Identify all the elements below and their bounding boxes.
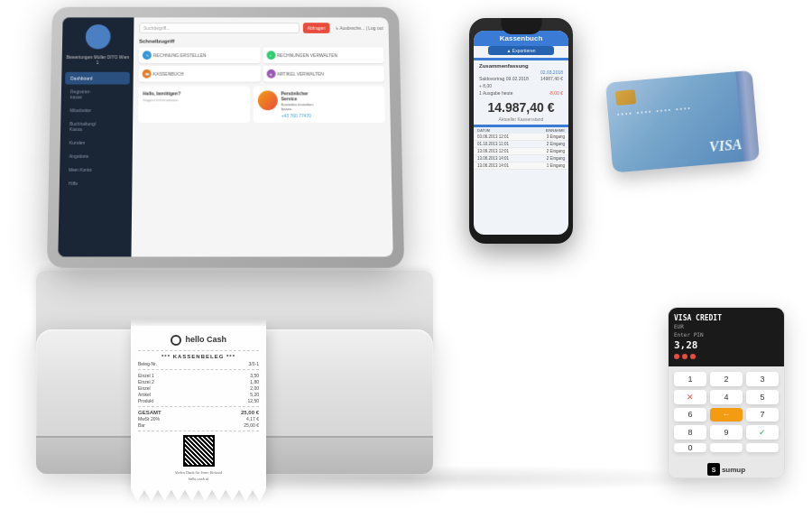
key-8[interactable]: 8: [674, 425, 706, 440]
tablet-sidebar: Bewertungen Müller DITO Wien 1 Dashboard…: [58, 17, 134, 256]
key-0[interactable]: 0: [674, 443, 706, 452]
schnell-rechnung-label: RECHNUNG ERSTELLEN: [153, 52, 207, 58]
rechnungen-icon: ≡: [266, 51, 275, 60]
tablet-search-button[interactable]: Abfragen: [303, 23, 330, 33]
receipt-divider2: [138, 369, 259, 370]
sidebar-item-meinkonto[interactable]: Mein Konto: [63, 163, 129, 176]
receipt-divider: [138, 350, 259, 351]
sidebar-item-angebote[interactable]: Angebote: [63, 150, 128, 162]
phone-summary-row3: 1 Ausgabe heute-8,00 €: [474, 89, 568, 97]
key-backspace[interactable]: ←: [710, 408, 743, 422]
key-3[interactable]: 3: [746, 372, 779, 386]
hallo-box: Hallo, benötigen? Support Informationen: [138, 87, 249, 124]
key-empty1: [710, 443, 743, 452]
key-7[interactable]: 7: [746, 408, 779, 422]
receipt-divider4: [138, 431, 259, 431]
tablet-screen: Bewertungen Müller DITO Wien 1 Dashboard…: [58, 17, 392, 256]
key-1[interactable]: 1: [674, 372, 706, 386]
sidebar-item-kunden[interactable]: Kunden: [64, 136, 129, 149]
rechnung-icon: ✎: [143, 51, 152, 60]
phone-notch: [501, 18, 541, 34]
tablet-header-links: ↳ Ausbreche... | Log out: [335, 25, 383, 31]
receipt-qr: [183, 435, 215, 467]
receipt-title: *** KASSENBELEG ***: [138, 354, 259, 359]
credit-terminal: VISA CREDIT EUR Enter PIN 3,28 1 2 3 ✕ 4…: [668, 307, 785, 478]
receipt-logo: hello Cash: [138, 335, 259, 346]
terminal-amount: 3,28: [674, 338, 779, 352]
schnell-rechnungen-label: RECHNUNGEN VERWALTEN: [277, 52, 337, 58]
schnell-kassenbuch[interactable]: 📖 KASSENBUCH: [139, 66, 261, 82]
schnellzugriff-grid: ✎ RECHNUNG ERSTELLEN ≡ RECHNUNGEN VERWAL…: [139, 47, 384, 81]
tablet-avatar: [86, 24, 111, 49]
tablet-search[interactable]: Suchbegriff...: [139, 23, 300, 33]
sumup-label: sumup: [722, 466, 745, 474]
phone-screen: Kassenbuch ▲ Exportieren Zusammenfassung…: [474, 31, 568, 235]
key-confirm[interactable]: ✓: [746, 425, 779, 440]
phone-table-row2: 01.10.2013 11:012 Eingang: [474, 141, 568, 148]
key-9[interactable]: 9: [710, 425, 743, 440]
phone-table-row5: 13.06.2013 14:011 Eingang: [474, 162, 568, 170]
receipt-item-1: Einzel 13,50: [138, 373, 259, 378]
key-5[interactable]: 5: [746, 390, 779, 404]
tablet: Bewertungen Müller DITO Wien 1 Dashboard…: [47, 7, 404, 268]
terminal-screen: VISA CREDIT EUR Enter PIN 3,28: [669, 308, 784, 366]
artikel-icon: ◈: [266, 69, 275, 79]
phone-export-button[interactable]: ▲ Exportieren: [488, 46, 555, 55]
receipt-item-4: Artikel5,20: [138, 392, 259, 397]
receipt-total: GESAMT25,00 €: [138, 410, 259, 415]
sidebar-item-dashboard[interactable]: Dashboard: [65, 72, 130, 85]
schnell-artikel[interactable]: ◈ ARTIKEL VERWALTEN: [263, 66, 384, 82]
phone-table-row1: 03.06.2013 12:013 Eingang: [474, 134, 568, 141]
phone-table-header: DATUMEINNAHME: [474, 127, 568, 134]
receipt-container: hello Cash *** KASSENBELEG *** Beleg-Nr.…: [131, 326, 266, 501]
terminal-keypad: 1 2 3 ✕ 4 5 6 ← 7 8 9 ✓ 0: [669, 366, 784, 461]
schnell-rechnung[interactable]: ✎ RECHNUNG ERSTELLEN: [139, 47, 260, 63]
sidebar-item-registrierkasse[interactable]: Registrier-kasse: [65, 86, 130, 104]
scene: Bewertungen Müller DITO Wien 1 Dashboard…: [0, 0, 812, 528]
key-6[interactable]: 6: [674, 408, 706, 422]
tablet-header: Suchbegriff... Abfragen ↳ Ausbreche... |…: [139, 23, 383, 33]
svg-text:S: S: [712, 467, 716, 473]
schnell-rechnungen[interactable]: ≡ RECHNUNGEN VERWALTEN: [263, 47, 383, 63]
phone-table-row4: 13.06.2013 14:012 Eingang: [474, 155, 568, 162]
receipt-footer: Vielen Dank für Ihren Einkauf: [138, 470, 259, 475]
tablet-bottom: Hallo, benötigen? Support Informationen …: [138, 87, 385, 124]
schnell-kassenbuch-label: KASSENBUCH: [153, 71, 184, 77]
tablet-main: Suchbegriff... Abfragen ↳ Ausbreche... |…: [131, 17, 392, 256]
terminal-indicators: [674, 354, 779, 359]
key-cancel[interactable]: ✕: [674, 390, 706, 404]
visa-chip: [615, 89, 636, 106]
visa-logo: VISA: [708, 136, 743, 155]
visa-card: •••• •••• •••• •••• VISA: [605, 70, 752, 172]
receipt-tear: [131, 490, 266, 501]
terminal-logo: S sumup: [669, 461, 784, 477]
key-empty2: [746, 443, 779, 452]
receipt-footer2: hello-cash.at: [138, 477, 259, 481]
terminal-visa-line: VISA CREDIT: [674, 313, 779, 323]
key-2[interactable]: 2: [710, 372, 743, 386]
sidebar-item-hilfe[interactable]: Hilfe: [63, 177, 129, 190]
phone-summary-title: Zusammenfassung: [474, 60, 568, 69]
personal-box: PersönlicherService Kostenlos einrichten…: [253, 87, 384, 124]
sumup-icon: S: [707, 463, 720, 476]
personal-avatar: [257, 90, 277, 110]
phone-summary-row1: Saldovortrag 09.02.201814987,40 €: [474, 75, 568, 82]
receipt-tax: MwSt 20%4,17 €: [138, 416, 259, 421]
tablet-user-name: Bewertungen Müller DITO Wien 1: [66, 54, 131, 65]
receipt: hello Cash *** KASSENBELEG *** Beleg-Nr.…: [131, 326, 266, 490]
receipt-subtitle: Beleg-Nr.3/0-1: [138, 361, 259, 366]
sidebar-item-mitarbeiter[interactable]: Mitarbeiter: [64, 104, 129, 116]
receipt-payment: Bar25,00 €: [138, 422, 259, 428]
kassenbuch-icon: 📖: [143, 69, 152, 79]
phone-amount-big: 14.987,40 €: [474, 97, 568, 116]
smartphone: Kassenbuch ▲ Exportieren Zusammenfassung…: [469, 18, 573, 244]
schnellzugriff-title: Schnellzugriff: [139, 39, 383, 44]
schnell-artikel-label: ARTIKEL VERWALTEN: [277, 71, 324, 77]
terminal-pin-prompt: Enter PIN: [674, 331, 779, 338]
receipt-divider3: [138, 406, 259, 407]
phone-summary-row2: + 8,00: [474, 82, 568, 89]
phone-table-row3: 13.09.2013 12:012 Eingang: [474, 148, 568, 155]
key-4[interactable]: 4: [710, 390, 743, 404]
receipt-logo-circle: [171, 335, 181, 346]
sidebar-item-buchhaltung[interactable]: Buchhaltung/Kassa: [64, 117, 129, 135]
